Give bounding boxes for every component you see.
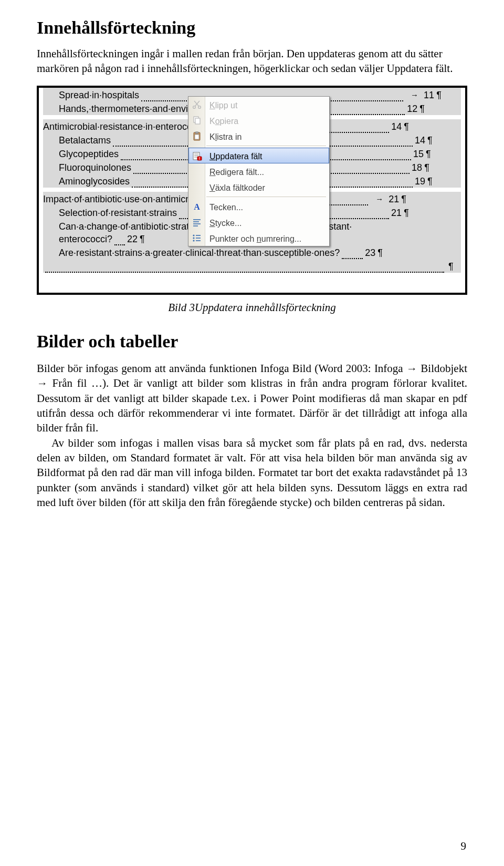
menu-label: Stycke...	[209, 219, 242, 228]
menu-item-edit-field[interactable]: Redigera fält...	[188, 163, 329, 179]
scissors-icon	[191, 99, 203, 110]
paragraph-icon	[191, 217, 203, 228]
toc-entry: ¶	[43, 259, 461, 273]
menu-item-cut[interactable]: Klipp ut	[188, 97, 329, 112]
menu-item-paragraph[interactable]: Stycke...	[188, 214, 329, 230]
menu-label: Växla fältkoder	[209, 183, 265, 192]
screenshot-content: Spread·in·hospitals→11¶Hands,·thermomete…	[39, 88, 465, 293]
intro-paragraph: Innehållsförteckningen ingår i mallen re…	[37, 46, 467, 76]
svg-text:!: !	[199, 157, 200, 160]
svg-point-1	[198, 106, 201, 108]
svg-point-21	[193, 237, 194, 239]
screenshot-frame: Spread·in·hospitals→11¶Hands,·thermomete…	[37, 86, 467, 295]
context-menu: Klipp ut Kopiera Klistra in ! Uppdate	[188, 96, 330, 246]
svg-point-22	[193, 240, 194, 241]
menu-item-copy[interactable]: Kopiera	[188, 112, 329, 128]
toc-entry: Are·resistant·strains·a·greater·clinical…	[43, 245, 461, 259]
svg-rect-7	[195, 132, 198, 133]
menu-label: Tecken...	[209, 203, 243, 212]
menu-label: Kopiera	[209, 117, 238, 126]
menu-item-bullets[interactable]: Punkter och numrering...	[188, 230, 329, 246]
menu-label: Punkter och numrering...	[209, 234, 301, 243]
bullets-icon	[191, 232, 203, 244]
svg-point-20	[193, 234, 194, 236]
menu-label: Uppdatera fält	[209, 152, 262, 161]
svg-point-0	[193, 106, 196, 108]
menu-item-paste[interactable]: Klistra in	[188, 128, 329, 144]
paste-icon	[191, 130, 203, 142]
body-paragraph-1: Bilder bör infogas genom att använda fun…	[37, 361, 467, 436]
svg-text:A: A	[194, 202, 200, 211]
update-field-icon: !	[192, 150, 203, 162]
svg-rect-8	[195, 135, 199, 139]
page-number: 9	[461, 839, 467, 853]
body-paragraph-2: Av bilder som infogas i mallen visas bar…	[37, 436, 467, 510]
heading-images-tables: Bilder och tabeller	[37, 329, 467, 354]
menu-label: Redigera fält...	[209, 168, 264, 177]
copy-icon	[191, 115, 203, 126]
menu-label: Klistra in	[209, 132, 242, 141]
svg-rect-5	[195, 118, 200, 124]
font-icon: A	[191, 201, 203, 212]
svg-line-3	[194, 101, 199, 106]
menu-label: Klipp ut	[209, 101, 237, 110]
svg-line-2	[195, 101, 200, 106]
heading-toc: Innehållsförteckning	[37, 16, 467, 40]
figure-caption: Bild 3Uppdatera innehållsförteckning	[37, 300, 467, 315]
menu-item-update-field[interactable]: ! Uppdatera fält	[188, 148, 329, 163]
menu-item-font[interactable]: A Tecken...	[188, 199, 329, 214]
menu-item-toggle-codes[interactable]: Växla fältkoder	[188, 179, 329, 195]
